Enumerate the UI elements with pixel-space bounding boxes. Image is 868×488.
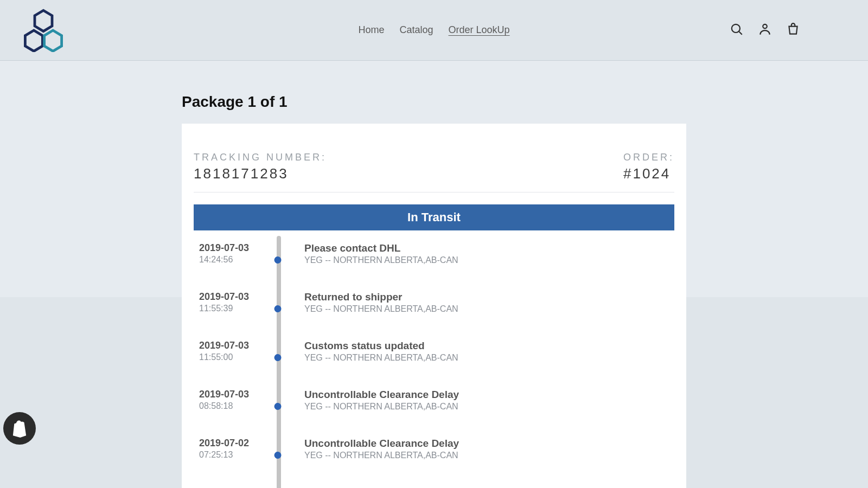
event-desc-col: Uncontrollable Clearance Delay YEG -- NO… — [291, 438, 669, 460]
event-time: 07:25:13 — [199, 450, 264, 460]
event-dot-icon — [275, 403, 282, 410]
timeline-event: 2019-07-01 06:10:03 Uncontrollable Clear… — [199, 480, 669, 488]
main-content: Package 1 of 1 TRACKING NUMBER: 18181712… — [182, 61, 686, 488]
event-dot-col — [264, 389, 291, 416]
event-desc-col: Uncontrollable Clearance Delay YEG -- NO… — [291, 389, 669, 412]
tracking-label: TRACKING NUMBER: — [194, 152, 327, 163]
event-date-col: 2019-07-03 11:55:00 — [199, 340, 264, 362]
package-title: Package 1 of 1 — [182, 93, 686, 111]
event-location: YEG -- NORTHERN ALBERTA,AB-CAN — [304, 402, 669, 412]
svg-line-4 — [739, 31, 742, 34]
event-time: 11:55:00 — [199, 352, 264, 362]
event-title: Please contact DHL — [304, 242, 669, 254]
card-top-row: TRACKING NUMBER: 1818171283 ORDER: #1024 — [194, 152, 674, 192]
event-location: YEG -- NORTHERN ALBERTA,AB-CAN — [304, 353, 669, 363]
svg-marker-1 — [25, 30, 42, 51]
event-title: Returned to shipper — [304, 291, 669, 303]
cart-icon[interactable] — [786, 22, 800, 38]
event-location: YEG -- NORTHERN ALBERTA,AB-CAN — [304, 304, 669, 314]
event-location: YEG -- NORTHERN ALBERTA,AB-CAN — [304, 451, 669, 460]
shopify-icon — [11, 419, 28, 438]
event-dot-col — [264, 340, 291, 367]
nav-home[interactable]: Home — [358, 24, 384, 36]
timeline-event: 2019-07-02 07:25:13 Uncontrollable Clear… — [199, 431, 669, 480]
event-date: 2019-07-03 — [199, 242, 264, 254]
nav-catalog[interactable]: Catalog — [399, 24, 433, 36]
event-time: 11:55:39 — [199, 304, 264, 313]
event-dot-icon — [275, 354, 282, 361]
event-date: 2019-07-03 — [199, 291, 264, 303]
status-bar: In Transit — [194, 204, 674, 230]
event-title: Uncontrollable Clearance Delay — [304, 438, 669, 450]
event-date-col: 2019-07-03 11:55:39 — [199, 291, 264, 313]
tracking-timeline: 2019-07-03 14:24:56 Please contact DHL Y… — [194, 236, 674, 488]
svg-marker-2 — [44, 30, 62, 51]
event-title: Customs status updated — [304, 340, 669, 352]
timeline-event: 2019-07-03 14:24:56 Please contact DHL Y… — [199, 236, 669, 285]
event-date: 2019-07-03 — [199, 389, 264, 400]
tracking-block: TRACKING NUMBER: 1818171283 — [194, 152, 327, 182]
order-label: ORDER: — [623, 152, 674, 163]
search-icon[interactable] — [730, 22, 744, 38]
event-desc-col: Returned to shipper YEG -- NORTHERN ALBE… — [291, 291, 669, 314]
tracking-card: TRACKING NUMBER: 1818171283 ORDER: #1024… — [182, 124, 686, 488]
event-date-col: 2019-07-02 07:25:13 — [199, 438, 264, 460]
event-dot-col — [264, 242, 291, 269]
svg-point-5 — [763, 24, 767, 28]
order-value: #1024 — [623, 165, 674, 182]
event-dot-col — [264, 291, 291, 318]
svg-point-3 — [732, 24, 740, 32]
event-desc-col: Please contact DHL YEG -- NORTHERN ALBER… — [291, 242, 669, 265]
event-dot-icon — [275, 452, 282, 459]
event-title: Uncontrollable Clearance Delay — [304, 389, 669, 401]
event-location: YEG -- NORTHERN ALBERTA,AB-CAN — [304, 255, 669, 265]
event-dot-icon — [275, 256, 282, 264]
event-time: 14:24:56 — [199, 255, 264, 265]
status-text: In Transit — [407, 210, 461, 224]
timeline-event: 2019-07-03 11:55:39 Returned to shipper … — [199, 285, 669, 333]
event-dot-icon — [275, 305, 282, 312]
event-dot-col — [264, 438, 291, 465]
event-date-col: 2019-07-03 14:24:56 — [199, 242, 264, 265]
event-date: 2019-07-03 — [199, 340, 264, 351]
account-icon[interactable] — [758, 22, 772, 38]
svg-marker-0 — [35, 10, 52, 31]
tracking-value: 1818171283 — [194, 165, 327, 182]
order-block: ORDER: #1024 — [623, 152, 674, 182]
nav-order-lookup[interactable]: Order LookUp — [449, 24, 510, 36]
main-nav: Home Catalog Order LookUp — [358, 24, 509, 36]
site-logo[interactable] — [22, 9, 65, 52]
header-icon-group — [730, 22, 846, 38]
event-time: 08:58:18 — [199, 401, 264, 411]
hex-logo-icon — [22, 9, 65, 52]
timeline-event: 2019-07-03 08:58:18 Uncontrollable Clear… — [199, 382, 669, 431]
event-date-col: 2019-07-03 08:58:18 — [199, 389, 264, 411]
event-date: 2019-07-02 — [199, 438, 264, 449]
timeline-event: 2019-07-03 11:55:00 Customs status updat… — [199, 333, 669, 382]
site-header: Home Catalog Order LookUp — [0, 0, 868, 61]
event-desc-col: Customs status updated YEG -- NORTHERN A… — [291, 340, 669, 363]
shopify-badge[interactable] — [3, 412, 36, 445]
